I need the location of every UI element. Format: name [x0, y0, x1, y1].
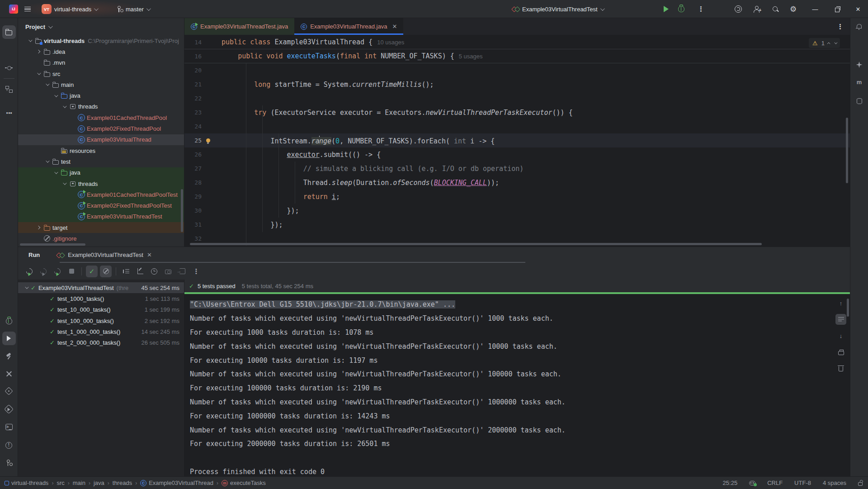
code-line-21[interactable]: 21 long startTime = System.currentTimeMi… — [184, 77, 850, 91]
code-line-22[interactable]: 22 — [184, 91, 850, 105]
maven-toolwindow-button[interactable]: m — [853, 75, 866, 89]
tree-item-virtual-threads[interactable]: virtual-threadsC:\Programiranje\Primeri-… — [18, 35, 184, 46]
main-menu-button[interactable] — [24, 0, 31, 18]
clear-console-button[interactable] — [835, 363, 846, 374]
caret-position-widget[interactable]: 25:25 — [723, 480, 738, 486]
line-separator-widget[interactable]: CRLF — [767, 480, 783, 486]
window-minimize-button[interactable]: — — [805, 0, 825, 18]
breadcrumb-item-threads[interactable]: threads — [113, 480, 132, 486]
test-row-test-1-000-000-tasks-[interactable]: ✓test_1_000_000_tasks()14 sec 245 ms — [18, 326, 184, 337]
code-line-29[interactable]: 29 return i; — [184, 190, 850, 204]
more-run-options-button[interactable]: ⋮ — [698, 0, 704, 18]
copilot-status-icon[interactable] — [749, 481, 755, 485]
tree-item--mvn[interactable]: .mvn — [18, 57, 184, 68]
tree-item-java[interactable]: java — [18, 167, 184, 178]
branch-widget[interactable]: master — [117, 0, 150, 18]
import-tests-button[interactable] — [176, 266, 188, 277]
test-row-test-10-000-tasks-[interactable]: ✓test_10_000_tasks()1 sec 199 ms — [18, 304, 184, 315]
toggle-auto-test-button[interactable] — [52, 266, 63, 277]
chevron-down-icon[interactable] — [834, 41, 837, 44]
code-line-30[interactable]: 30 }); — [184, 204, 850, 218]
code-line-27[interactable]: 27 // simulate a blicking call (e.g. I/O… — [184, 161, 850, 176]
more-options-button[interactable]: ⋮ — [190, 266, 202, 277]
code-line-23[interactable]: 23 try (ExecutorService executor = Execu… — [184, 105, 850, 119]
soft-wrap-toggle[interactable] — [835, 314, 846, 325]
code-line-24[interactable]: 24 — [184, 119, 850, 133]
console-line[interactable]: Number of tasks which executed using 'ne… — [190, 312, 850, 326]
thread-snapshot-button[interactable] — [162, 266, 174, 277]
console-line[interactable]: Number of tasks which executed using 'ne… — [190, 339, 850, 353]
terminal-toolwindow-button[interactable]: >_ — [2, 420, 16, 434]
close-icon[interactable]: ✕ — [147, 252, 152, 258]
test-row-test-2-000-000-tasks-[interactable]: ✓test_2_000_000_tasks()26 sec 505 ms — [18, 337, 184, 348]
project-toolwindow-button[interactable] — [2, 25, 16, 39]
console-line[interactable]: For executing 1000000 tasks duration is:… — [190, 409, 850, 423]
scroll-to-end-button[interactable]: ↓ — [835, 330, 846, 341]
tree-item-example03virtualthreadtest[interactable]: CExample03VirtualThreadTest — [18, 211, 184, 222]
console-line[interactable]: Process finished with exit code 0 — [190, 465, 850, 476]
usages-hint[interactable]: 10 usages — [377, 39, 404, 46]
endpoints-toolwindow-button[interactable] — [2, 384, 16, 398]
chevron-down-icon[interactable] — [46, 82, 49, 86]
breadcrumb-item-java[interactable]: java — [94, 480, 104, 486]
run-session-tab[interactable]: Example03VirtualThreadTest ✕ — [57, 252, 152, 258]
chevron-down-icon[interactable] — [54, 93, 58, 97]
tree-item-src[interactable]: src — [18, 68, 184, 79]
run-toolwindow-label[interactable]: Run — [28, 252, 40, 258]
search-everywhere-button[interactable] — [772, 0, 779, 18]
tree-item--gitignore[interactable]: .gitignore — [18, 233, 184, 244]
tree-item--idea[interactable]: .idea — [18, 46, 184, 57]
tree-item-resources[interactable]: resources — [18, 145, 184, 156]
code-with-me-button[interactable]: + — [754, 0, 760, 18]
console-line[interactable]: "C:\Users\Entrox Dell G15 5510\.jdks\jbr… — [190, 298, 850, 312]
ai-assistant-toolwindow-button[interactable] — [853, 58, 866, 71]
commit-toolwindow-button[interactable] — [2, 61, 16, 75]
tab-example03virtualthreadtest[interactable]: C Example03VirtualThreadTest.java — [184, 18, 294, 35]
breadcrumb-item-virtual-threads[interactable]: virtual-threads — [5, 480, 48, 486]
build-toolwindow-button[interactable] — [2, 350, 16, 363]
tree-item-example02fixedthreadpooltest[interactable]: CExample02FixedThreadPoolTest — [18, 200, 184, 211]
services-toolwindow-button[interactable] — [2, 402, 16, 416]
code-line-28[interactable]: 28 Thread.sleep(Duration.ofSeconds(BLOCK… — [184, 176, 850, 190]
console-line[interactable] — [190, 451, 850, 465]
console-line[interactable]: For executing 10000 tasks duration is: 1… — [190, 353, 850, 367]
chevron-down-icon[interactable] — [37, 71, 41, 75]
vcs-toolwindow-button[interactable] — [2, 456, 16, 470]
console-vertical-scrollbar[interactable] — [847, 299, 849, 317]
tab-options-button[interactable]: ⋮ — [837, 18, 844, 35]
breadcrumb-item-src[interactable]: src — [57, 480, 64, 486]
project-tree-vertical-scrollbar[interactable] — [181, 189, 183, 232]
usages-hint[interactable]: 5 usages — [459, 53, 483, 60]
show-ignored-toggle[interactable] — [100, 266, 112, 277]
project-tree-horizontal-scrollbar[interactable] — [20, 243, 85, 246]
tree-item-example01cachedthreadpooltest[interactable]: CExample01CachedThreadPoolTest — [18, 189, 184, 200]
project-panel-header[interactable]: Project — [18, 18, 184, 35]
tree-item-threads[interactable]: threads — [18, 101, 184, 112]
test-history-button[interactable] — [148, 266, 160, 277]
ai-assistant-button[interactable] — [735, 0, 742, 18]
console-line[interactable]: Number of tasks which executed using 'ne… — [190, 423, 850, 437]
more-toolwindows-button[interactable]: ⋮ — [2, 106, 16, 120]
tree-item-threads[interactable]: threads — [18, 178, 184, 189]
print-button[interactable] — [835, 347, 846, 357]
breadcrumb-item-executetasks[interactable]: mexecuteTasks — [222, 480, 266, 486]
stop-button[interactable] — [66, 266, 77, 277]
console-line[interactable]: Number of tasks which executed using 'ne… — [190, 367, 850, 381]
code-line-26[interactable]: 26 executor.submit(() -> { — [184, 147, 850, 161]
code-line-20[interactable]: 20 — [184, 63, 850, 77]
encoding-widget[interactable]: UTF-8 — [794, 480, 811, 486]
console-line[interactable]: For executing 100000 tasks duration is: … — [190, 381, 850, 395]
breadcrumb-item-example03virtualthread[interactable]: CExample03VirtualThread — [140, 480, 213, 486]
tab-example03virtualthread[interactable]: C Example03VirtualThread.java ✕ — [294, 18, 403, 35]
console-line[interactable]: For executing 1000 tasks duration is: 10… — [190, 326, 850, 340]
scroll-up-button[interactable]: ↑ — [835, 298, 846, 309]
run-button[interactable] — [664, 0, 669, 18]
chevron-down-icon[interactable] — [54, 170, 58, 174]
chevron-down-icon[interactable] — [28, 38, 32, 42]
tree-item-target[interactable]: target — [18, 222, 184, 233]
collapse-all-button[interactable] — [134, 266, 146, 277]
breadcrumb-item-main[interactable]: main — [73, 480, 85, 486]
inspections-widget[interactable]: ⚠ 1 — [809, 38, 840, 48]
sort-tests-button[interactable] — [120, 266, 132, 277]
code-line-16[interactable]: 16 public void executeTasks(final int NU… — [184, 49, 850, 63]
